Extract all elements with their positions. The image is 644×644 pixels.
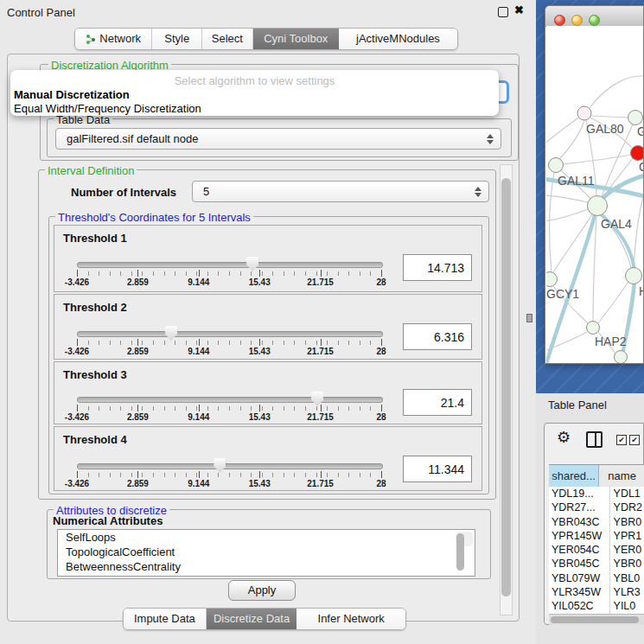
slider-track[interactable]	[77, 397, 383, 403]
table-row[interactable]: YIL052CYIL0	[549, 599, 644, 613]
table-row[interactable]: YBR043CYBR0	[549, 515, 644, 529]
table-row[interactable]: YDR27...YDR2	[549, 501, 644, 514]
threshold-4-value-field[interactable]: 11.344	[403, 456, 472, 482]
checkbox-icon[interactable]: ✔	[616, 435, 627, 445]
tick-label: 15.43	[249, 347, 271, 356]
list-item[interactable]: TopologicalCoefficient	[58, 545, 475, 559]
tick-label: 9.144	[188, 412, 209, 422]
table-row[interactable]: YER054CYER0	[549, 543, 644, 557]
tab-cyni-toolbox[interactable]: Cyni Toolbox	[253, 29, 339, 49]
node-label-gal4: GAL4	[601, 217, 632, 231]
threshold-2-slider[interactable]: -3.426 2.859 9.144 15.43 21.715 28	[77, 328, 381, 348]
table-data-combobox[interactable]: galFiltered.sif default node	[55, 128, 501, 150]
threshold-4-slider[interactable]: -3.426 2.859 9.144 15.43 21.715 28	[77, 460, 381, 481]
node-label-gal80: GAL80	[586, 122, 624, 136]
list-item[interactable]: BetweennessCentrality	[58, 559, 475, 574]
table-row[interactable]: YLR345WYLR3	[549, 585, 644, 599]
tick-label: 2.859	[127, 347, 149, 356]
table-data-combobox-value: galFiltered.sif default node	[67, 132, 198, 145]
threshold-4-row: Threshold 4 -3.426 2.859 9.144 15.43 21.…	[54, 426, 482, 491]
tab-jactivemnodules[interactable]: jActiveMNodules	[339, 29, 457, 49]
threshold-1-slider-thumb[interactable]	[246, 257, 258, 271]
combobox-spinner-icon	[475, 187, 481, 197]
tick-label: 2.859	[127, 412, 149, 422]
column-header-shared-name[interactable]: shared...	[549, 465, 599, 488]
checkbox-icon[interactable]: ✔	[629, 435, 640, 445]
tick-label: 9.144	[188, 277, 209, 287]
split-columns-icon[interactable]	[586, 431, 603, 448]
tab-network[interactable]: Network	[75, 29, 152, 49]
panel-resize-handle[interactable]	[526, 314, 532, 322]
panel-scrollbar-thumb[interactable]	[501, 178, 511, 596]
tick-label: -3.426	[65, 347, 89, 356]
threshold-2-slider-thumb[interactable]	[165, 326, 177, 341]
table-horizontal-scrollbar[interactable]	[549, 614, 644, 625]
tick-label: 21.715	[307, 412, 334, 422]
threshold-2-value-field[interactable]: 6.316	[403, 323, 472, 350]
tab-impute-data-label: Impute Data	[134, 609, 195, 629]
slider-minor-ticks	[77, 473, 382, 477]
node-label-clipped-top-right: GA	[637, 124, 643, 138]
slider-track[interactable]	[77, 331, 383, 337]
threshold-2-label: Threshold 2	[63, 301, 127, 314]
network-window-titlebar[interactable]	[545, 6, 643, 27]
control-panel-title: Control Panel	[7, 6, 75, 19]
table-row[interactable]: YPR145WYPR1	[549, 529, 644, 543]
node-hap2[interactable]	[587, 322, 600, 335]
popup-option-manual-discretization[interactable]: Manual Discretization	[14, 88, 130, 101]
node-gal80[interactable]	[577, 106, 591, 120]
slider-minor-ticks	[77, 271, 382, 276]
zoom-traffic-light-icon[interactable]	[589, 15, 600, 26]
table-row[interactable]: YBL079WYBL0	[549, 571, 644, 585]
minimize-traffic-light-icon[interactable]	[571, 15, 583, 26]
close-icon[interactable]: ✖	[514, 3, 524, 16]
threshold-3-value-field[interactable]: 21.4	[403, 389, 472, 416]
tab-discretize-data[interactable]: Discretize Data	[207, 609, 297, 629]
node-gcy1[interactable]	[546, 272, 558, 287]
threshold-1-value-field[interactable]: 14.713	[403, 254, 472, 281]
table-row[interactable]: YDL19...YDL1	[549, 487, 644, 501]
numerical-attributes-list[interactable]: SelfLoops TopologicalCoefficient Between…	[57, 529, 475, 577]
threshold-1-slider[interactable]: -3.426 2.859 9.144 15.43 21.715 28	[77, 258, 381, 279]
tick-label: 21.715	[307, 479, 334, 488]
tick-label: 2.859	[127, 479, 149, 488]
slider-track[interactable]	[77, 463, 383, 469]
network-icon	[86, 34, 96, 45]
threshold-3-slider[interactable]: -3.426 2.859 9.144 15.43 21.715 28	[77, 393, 381, 414]
node-clipped-bottom[interactable]	[615, 351, 628, 364]
threshold-1-label: Threshold 1	[63, 232, 127, 245]
node-gal4[interactable]	[588, 196, 608, 216]
number-of-intervals-label: Number of Intervals	[71, 186, 176, 199]
list-item[interactable]: SelfLoops	[58, 530, 475, 545]
tab-impute-data[interactable]: Impute Data	[124, 609, 207, 629]
node-clipped-top-right[interactable]	[628, 111, 643, 125]
tick-label: -3.426	[65, 277, 89, 287]
apply-button[interactable]: Apply	[228, 580, 296, 601]
node-selected-red[interactable]	[631, 146, 644, 161]
close-traffic-light-icon[interactable]	[554, 15, 565, 26]
column-header-name[interactable]: name	[599, 465, 644, 488]
list-scrollbar[interactable]	[456, 532, 473, 546]
node-gal11[interactable]	[549, 158, 564, 173]
tab-style[interactable]: Style	[152, 29, 202, 49]
network-graph: GAL80 GA C GAL11 GAL4 GCY1 H HAP2	[546, 26, 643, 363]
threshold-4-slider-thumb[interactable]	[214, 458, 226, 473]
number-of-intervals-combobox[interactable]: 5	[192, 181, 489, 202]
table-body[interactable]: YDL19...YDL1 YDR27...YDR2 YBR043CYBR0 YP…	[549, 487, 644, 614]
bottom-tab-bar: Impute Data Discretize Data Infer Networ…	[123, 608, 406, 630]
tab-infer-network[interactable]: Infer Network	[296, 609, 405, 629]
slider-track[interactable]	[77, 262, 383, 268]
popup-option-equal-width-frequency[interactable]: Equal Width/Frequency Discretization	[14, 102, 201, 115]
gear-icon[interactable]: ⚙	[557, 430, 571, 445]
tick-label: 15.43	[249, 479, 271, 488]
float-window-icon[interactable]	[498, 7, 508, 17]
tick-label: -3.426	[65, 412, 89, 422]
tick-label: 15.43	[249, 412, 271, 422]
node-clipped-h[interactable]	[626, 268, 642, 284]
application-window: Control Panel ✖ Network Style Select Cyn…	[0, 0, 644, 644]
threshold-3-slider-thumb[interactable]	[311, 392, 323, 406]
slider-minor-ticks	[77, 406, 382, 411]
tab-select[interactable]: Select	[202, 29, 253, 49]
table-row[interactable]: YBR045CYBR0	[549, 557, 644, 571]
network-canvas[interactable]: GAL80 GA C GAL11 GAL4 GCY1 H HAP2	[546, 26, 643, 363]
